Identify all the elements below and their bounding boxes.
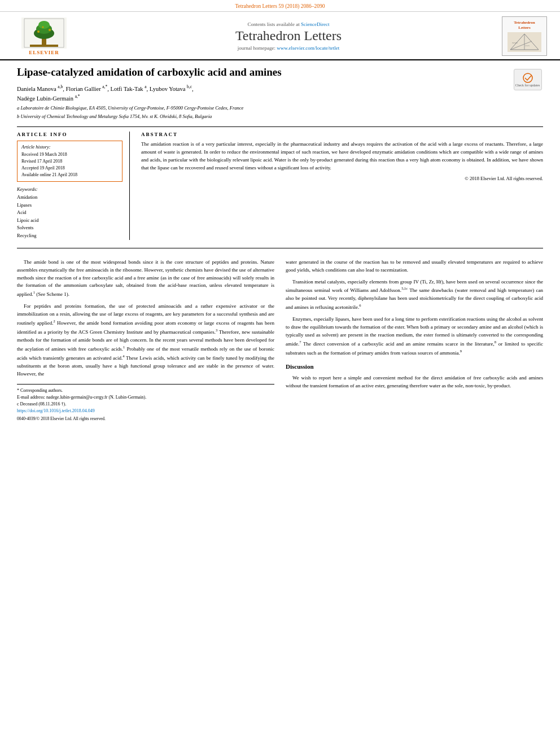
footnote-email-text: E-mail address: nadege.lubin-germain@u-c…	[17, 395, 146, 400]
abstract-copyright: © 2018 Elsevier Ltd. All rights reserved…	[141, 176, 543, 181]
footnote-deceased: c Deceased (08.11.2016 †).	[17, 401, 274, 408]
sup-a3: a	[145, 84, 146, 89]
affiliation-b: b University of Chemical Technology and …	[17, 113, 501, 120]
journal-header: ELSEVIER Contents lists available at Sci…	[0, 11, 560, 60]
svg-text:~~~: ~~~	[525, 45, 530, 47]
authors: Daniela Manova a,b, Florian Gallier a,*,…	[17, 84, 501, 103]
homepage-url[interactable]: www.elsevier.com/locate/tetlet	[277, 45, 339, 51]
keyword-3: Acid	[17, 209, 123, 217]
sup-7: 7	[299, 340, 301, 344]
elsevier-tree-icon	[21, 18, 67, 49]
contents-text: Contents lists available at	[248, 21, 301, 27]
check-badge-label: Check for updates	[515, 84, 540, 87]
journal-title: Tetrahedron Letters	[78, 28, 499, 43]
copyright-notice: 0040-4039/© 2018 Elsevier Ltd. All right…	[17, 416, 274, 422]
affiliation-a: a Laboratoire de Chimie Biologique, EA 4…	[17, 105, 501, 112]
contents-line: Contents lists available at ScienceDirec…	[78, 21, 499, 27]
svg-point-6	[37, 30, 40, 33]
article-info-label: ARTICLE INFO	[17, 132, 123, 137]
sup-a1: a,b	[58, 84, 63, 89]
tet-letters-logo-area: TetrahedronLetters ~~~ ~~~	[499, 16, 550, 56]
keywords-title: Keywords:	[17, 186, 123, 192]
body-column-1: The amide bond is one of the most widesp…	[17, 259, 274, 422]
svg-point-5	[38, 21, 50, 29]
sup-4: 4	[123, 354, 124, 358]
check-badge-box: Check for updates	[514, 69, 542, 90]
article-content: Lipase-catalyzed amidation of carboxylic…	[0, 60, 560, 431]
check-badge-area: Check for updates	[512, 69, 543, 90]
body-p2: For peptides and proteins formation, the…	[17, 303, 274, 378]
article-title: Lipase-catalyzed amidation of carboxylic…	[17, 66, 501, 79]
keyword-1: Amidation	[17, 194, 123, 202]
available-date: Available online 21 April 2018	[21, 172, 118, 178]
article-history-box: Article history: Received 19 March 2018 …	[17, 141, 123, 182]
sup-3: 3	[216, 328, 217, 332]
body-p3: water generated in the course of the rea…	[286, 259, 543, 274]
tet-letters-logo: TetrahedronLetters ~~~ ~~~	[502, 16, 547, 56]
accepted-date: Accepted 19 April 2018	[21, 165, 118, 172]
journal-reference-bar: Tetrahedron Letters 59 (2018) 2086–2090	[0, 0, 560, 11]
sup-1: 1	[33, 290, 35, 294]
body-p6: We wish to report here a simple and conv…	[286, 374, 543, 390]
sup-a5: a,*	[75, 94, 80, 99]
abstract-text: The amidation reaction is of a very part…	[141, 141, 543, 172]
tet-logo-image: ~~~ ~~~	[508, 32, 541, 52]
journal-ref-text: Tetrahedron Letters 59 (2018) 2086–2090	[235, 3, 325, 9]
received-date: Received 19 March 2018	[21, 151, 118, 158]
body-p4: Transition metal catalysts, especially e…	[286, 278, 543, 312]
sup-1b: 1	[123, 345, 125, 349]
body-column-2: water generated in the course of the rea…	[286, 259, 543, 422]
tetrahedron-icon: ~~~ ~~~	[509, 33, 540, 51]
article-info-column: ARTICLE INFO Article history: Received 1…	[17, 132, 130, 240]
doi-link[interactable]: https://doi.org/10.1016/j.tetlet.2018.04…	[17, 408, 274, 414]
svg-point-7	[49, 29, 51, 31]
checkmark-icon	[522, 73, 534, 83]
discussion-heading: Discussion	[286, 362, 543, 372]
svg-text:~~~: ~~~	[512, 41, 518, 45]
keyword-2: Lipases	[17, 202, 123, 209]
article-top-row: Lipase-catalyzed amidation of carboxylic…	[17, 66, 543, 122]
sup-2: 2	[54, 319, 55, 323]
sup-5: 5,1c	[401, 286, 408, 290]
sup-a4: b,c	[187, 84, 192, 89]
footnote-corresponding: * Corresponding authors.	[17, 387, 274, 394]
abstract-column: ABSTRACT The amidation reaction is of a …	[141, 132, 543, 240]
elsevier-logo-area: ELSEVIER	[10, 18, 78, 55]
journal-homepage: journal homepage: www.elsevier.com/locat…	[78, 45, 499, 51]
sup-6: 6	[359, 303, 361, 307]
elsevier-label: ELSEVIER	[29, 50, 59, 55]
history-title: Article history:	[21, 144, 118, 150]
homepage-label: journal homepage:	[238, 45, 277, 51]
sup-a2: a,*	[102, 84, 107, 89]
footnotes: * Corresponding authors. E-mail address:…	[17, 384, 274, 422]
body-section: The amide bond is one of the most widesp…	[17, 259, 543, 422]
svg-point-8	[42, 26, 44, 28]
info-abstract-row: ARTICLE INFO Article history: Received 1…	[17, 132, 543, 240]
page: Tetrahedron Letters 59 (2018) 2086–2090	[0, 0, 560, 747]
tet-logo-text: TetrahedronLetters	[514, 20, 535, 30]
body-p1: The amide bond is one of the most widesp…	[17, 259, 274, 299]
sciencedirect-link[interactable]: ScienceDirect	[301, 21, 329, 27]
divider-1	[17, 126, 543, 127]
sup-9: 9	[460, 349, 462, 353]
journal-title-area: Contents lists available at ScienceDirec…	[78, 21, 499, 51]
article-title-block: Lipase-catalyzed amidation of carboxylic…	[17, 66, 512, 122]
elsevier-logo: ELSEVIER	[21, 18, 67, 55]
keyword-4: Lipoic acid	[17, 217, 123, 225]
divider-2	[17, 248, 543, 248]
sup-8: 8	[495, 340, 496, 344]
keyword-5: Solvents	[17, 224, 123, 232]
body-p5: Enzymes, especially lipases, have been u…	[286, 316, 543, 357]
svg-point-15	[523, 73, 532, 82]
abstract-label: ABSTRACT	[141, 132, 543, 137]
keyword-6: Recycling	[17, 232, 123, 240]
keywords-section: Keywords: Amidation Lipases Acid Lipoic …	[17, 186, 123, 240]
footnote-email: E-mail address: nadege.lubin-germain@u-c…	[17, 394, 274, 401]
revised-date: Revised 17 April 2018	[21, 158, 118, 165]
